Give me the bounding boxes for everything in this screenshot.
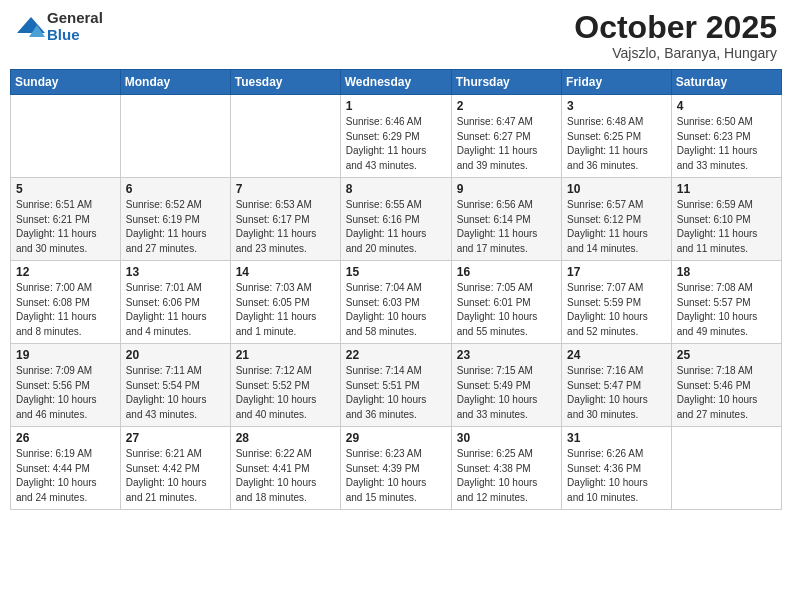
day-number: 15 xyxy=(346,265,446,279)
calendar-week-row: 12Sunrise: 7:00 AM Sunset: 6:08 PM Dayli… xyxy=(11,261,782,344)
calendar-day-11: 11Sunrise: 6:59 AM Sunset: 6:10 PM Dayli… xyxy=(671,178,781,261)
day-number: 3 xyxy=(567,99,666,113)
day-number: 14 xyxy=(236,265,335,279)
day-info: Sunrise: 6:53 AM Sunset: 6:17 PM Dayligh… xyxy=(236,198,335,256)
day-number: 6 xyxy=(126,182,225,196)
day-number: 17 xyxy=(567,265,666,279)
day-number: 24 xyxy=(567,348,666,362)
day-info: Sunrise: 7:04 AM Sunset: 6:03 PM Dayligh… xyxy=(346,281,446,339)
day-number: 1 xyxy=(346,99,446,113)
day-info: Sunrise: 6:52 AM Sunset: 6:19 PM Dayligh… xyxy=(126,198,225,256)
day-info: Sunrise: 7:16 AM Sunset: 5:47 PM Dayligh… xyxy=(567,364,666,422)
day-number: 12 xyxy=(16,265,115,279)
calendar-day-25: 25Sunrise: 7:18 AM Sunset: 5:46 PM Dayli… xyxy=(671,344,781,427)
svg-marker-0 xyxy=(17,17,45,33)
calendar-day-2: 2Sunrise: 6:47 AM Sunset: 6:27 PM Daylig… xyxy=(451,95,561,178)
day-info: Sunrise: 7:15 AM Sunset: 5:49 PM Dayligh… xyxy=(457,364,556,422)
calendar-day-18: 18Sunrise: 7:08 AM Sunset: 5:57 PM Dayli… xyxy=(671,261,781,344)
calendar-day-15: 15Sunrise: 7:04 AM Sunset: 6:03 PM Dayli… xyxy=(340,261,451,344)
calendar-day-6: 6Sunrise: 6:52 AM Sunset: 6:19 PM Daylig… xyxy=(120,178,230,261)
empty-day-cell xyxy=(120,95,230,178)
day-info: Sunrise: 7:07 AM Sunset: 5:59 PM Dayligh… xyxy=(567,281,666,339)
day-info: Sunrise: 6:21 AM Sunset: 4:42 PM Dayligh… xyxy=(126,447,225,505)
day-number: 25 xyxy=(677,348,776,362)
calendar-week-row: 26Sunrise: 6:19 AM Sunset: 4:44 PM Dayli… xyxy=(11,427,782,510)
day-info: Sunrise: 7:12 AM Sunset: 5:52 PM Dayligh… xyxy=(236,364,335,422)
day-info: Sunrise: 7:14 AM Sunset: 5:51 PM Dayligh… xyxy=(346,364,446,422)
calendar-day-3: 3Sunrise: 6:48 AM Sunset: 6:25 PM Daylig… xyxy=(562,95,672,178)
day-info: Sunrise: 6:22 AM Sunset: 4:41 PM Dayligh… xyxy=(236,447,335,505)
empty-day-cell xyxy=(671,427,781,510)
day-info: Sunrise: 6:57 AM Sunset: 6:12 PM Dayligh… xyxy=(567,198,666,256)
calendar-day-1: 1Sunrise: 6:46 AM Sunset: 6:29 PM Daylig… xyxy=(340,95,451,178)
logo-icon xyxy=(15,15,47,39)
calendar-day-7: 7Sunrise: 6:53 AM Sunset: 6:17 PM Daylig… xyxy=(230,178,340,261)
calendar-day-9: 9Sunrise: 6:56 AM Sunset: 6:14 PM Daylig… xyxy=(451,178,561,261)
calendar-day-4: 4Sunrise: 6:50 AM Sunset: 6:23 PM Daylig… xyxy=(671,95,781,178)
title-block: October 2025 Vajszlo, Baranya, Hungary xyxy=(574,10,777,61)
day-number: 28 xyxy=(236,431,335,445)
calendar-day-13: 13Sunrise: 7:01 AM Sunset: 6:06 PM Dayli… xyxy=(120,261,230,344)
calendar-day-22: 22Sunrise: 7:14 AM Sunset: 5:51 PM Dayli… xyxy=(340,344,451,427)
calendar-week-row: 1Sunrise: 6:46 AM Sunset: 6:29 PM Daylig… xyxy=(11,95,782,178)
calendar-day-31: 31Sunrise: 6:26 AM Sunset: 4:36 PM Dayli… xyxy=(562,427,672,510)
calendar-day-17: 17Sunrise: 7:07 AM Sunset: 5:59 PM Dayli… xyxy=(562,261,672,344)
day-info: Sunrise: 6:25 AM Sunset: 4:38 PM Dayligh… xyxy=(457,447,556,505)
weekday-header-monday: Monday xyxy=(120,70,230,95)
day-info: Sunrise: 6:26 AM Sunset: 4:36 PM Dayligh… xyxy=(567,447,666,505)
day-info: Sunrise: 7:00 AM Sunset: 6:08 PM Dayligh… xyxy=(16,281,115,339)
calendar-day-24: 24Sunrise: 7:16 AM Sunset: 5:47 PM Dayli… xyxy=(562,344,672,427)
calendar-week-row: 5Sunrise: 6:51 AM Sunset: 6:21 PM Daylig… xyxy=(11,178,782,261)
day-number: 5 xyxy=(16,182,115,196)
day-info: Sunrise: 6:51 AM Sunset: 6:21 PM Dayligh… xyxy=(16,198,115,256)
day-number: 27 xyxy=(126,431,225,445)
day-number: 19 xyxy=(16,348,115,362)
day-info: Sunrise: 6:55 AM Sunset: 6:16 PM Dayligh… xyxy=(346,198,446,256)
day-number: 18 xyxy=(677,265,776,279)
day-number: 22 xyxy=(346,348,446,362)
calendar-day-5: 5Sunrise: 6:51 AM Sunset: 6:21 PM Daylig… xyxy=(11,178,121,261)
weekday-header-row: SundayMondayTuesdayWednesdayThursdayFrid… xyxy=(11,70,782,95)
day-number: 13 xyxy=(126,265,225,279)
day-number: 29 xyxy=(346,431,446,445)
calendar-day-21: 21Sunrise: 7:12 AM Sunset: 5:52 PM Dayli… xyxy=(230,344,340,427)
weekday-header-friday: Friday xyxy=(562,70,672,95)
day-info: Sunrise: 6:56 AM Sunset: 6:14 PM Dayligh… xyxy=(457,198,556,256)
calendar-day-14: 14Sunrise: 7:03 AM Sunset: 6:05 PM Dayli… xyxy=(230,261,340,344)
day-number: 23 xyxy=(457,348,556,362)
calendar-table: SundayMondayTuesdayWednesdayThursdayFrid… xyxy=(10,69,782,510)
page-header: General Blue October 2025 Vajszlo, Baran… xyxy=(10,10,782,61)
calendar-day-23: 23Sunrise: 7:15 AM Sunset: 5:49 PM Dayli… xyxy=(451,344,561,427)
day-number: 4 xyxy=(677,99,776,113)
day-number: 8 xyxy=(346,182,446,196)
location: Vajszlo, Baranya, Hungary xyxy=(574,45,777,61)
day-number: 26 xyxy=(16,431,115,445)
calendar-day-30: 30Sunrise: 6:25 AM Sunset: 4:38 PM Dayli… xyxy=(451,427,561,510)
day-number: 30 xyxy=(457,431,556,445)
weekday-header-thursday: Thursday xyxy=(451,70,561,95)
logo-blue: Blue xyxy=(47,27,103,44)
day-info: Sunrise: 6:50 AM Sunset: 6:23 PM Dayligh… xyxy=(677,115,776,173)
calendar-day-10: 10Sunrise: 6:57 AM Sunset: 6:12 PM Dayli… xyxy=(562,178,672,261)
empty-day-cell xyxy=(11,95,121,178)
day-info: Sunrise: 6:46 AM Sunset: 6:29 PM Dayligh… xyxy=(346,115,446,173)
weekday-header-tuesday: Tuesday xyxy=(230,70,340,95)
logo-general: General xyxy=(47,10,103,27)
day-number: 21 xyxy=(236,348,335,362)
calendar-day-29: 29Sunrise: 6:23 AM Sunset: 4:39 PM Dayli… xyxy=(340,427,451,510)
calendar-day-19: 19Sunrise: 7:09 AM Sunset: 5:56 PM Dayli… xyxy=(11,344,121,427)
day-number: 10 xyxy=(567,182,666,196)
day-info: Sunrise: 6:23 AM Sunset: 4:39 PM Dayligh… xyxy=(346,447,446,505)
weekday-header-saturday: Saturday xyxy=(671,70,781,95)
calendar-day-28: 28Sunrise: 6:22 AM Sunset: 4:41 PM Dayli… xyxy=(230,427,340,510)
day-info: Sunrise: 7:18 AM Sunset: 5:46 PM Dayligh… xyxy=(677,364,776,422)
day-info: Sunrise: 7:01 AM Sunset: 6:06 PM Dayligh… xyxy=(126,281,225,339)
calendar-day-16: 16Sunrise: 7:05 AM Sunset: 6:01 PM Dayli… xyxy=(451,261,561,344)
calendar-day-27: 27Sunrise: 6:21 AM Sunset: 4:42 PM Dayli… xyxy=(120,427,230,510)
day-info: Sunrise: 7:03 AM Sunset: 6:05 PM Dayligh… xyxy=(236,281,335,339)
calendar-week-row: 19Sunrise: 7:09 AM Sunset: 5:56 PM Dayli… xyxy=(11,344,782,427)
day-number: 31 xyxy=(567,431,666,445)
day-info: Sunrise: 7:05 AM Sunset: 6:01 PM Dayligh… xyxy=(457,281,556,339)
day-number: 2 xyxy=(457,99,556,113)
day-info: Sunrise: 6:47 AM Sunset: 6:27 PM Dayligh… xyxy=(457,115,556,173)
